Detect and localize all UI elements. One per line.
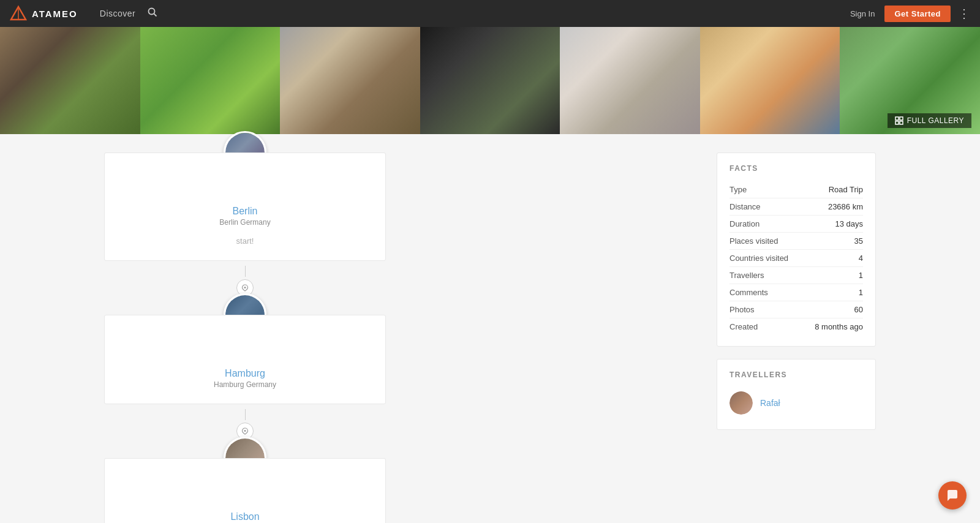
facts-column: FACTS Type Road Trip Distance 23686 km D… <box>717 152 876 523</box>
fact-value-travellers: 1 <box>859 271 863 280</box>
fact-label-created: Created <box>729 322 758 331</box>
travellers-section: TRAVELLERS Rafał <box>717 359 876 430</box>
fact-row-distance: Distance 23686 km <box>729 198 863 216</box>
main-content: Berlin Berlin Germany start! <box>92 134 888 523</box>
fact-row-travellers: Travellers 1 <box>729 267 863 284</box>
fact-row-countries: Countries visited 4 <box>729 250 863 267</box>
connector-line-3 <box>245 409 246 420</box>
fact-row-places: Places visited 35 <box>729 233 863 250</box>
fact-value-places: 35 <box>854 236 863 246</box>
fact-label-places: Places visited <box>729 236 778 246</box>
getstarted-button[interactable]: Get Started <box>884 6 951 22</box>
traveller-avatar-image <box>729 391 753 415</box>
start-label: start! <box>236 231 254 250</box>
traveller-row: Rafał <box>729 388 863 418</box>
fact-label-countries: Countries visited <box>729 254 788 263</box>
traveller-name[interactable]: Rafał <box>760 398 780 408</box>
fact-value-comments: 1 <box>859 288 863 297</box>
fact-label-type: Type <box>729 185 747 194</box>
brand-name: ATAMEO <box>32 9 78 19</box>
more-options-icon[interactable]: ⋮ <box>958 6 970 21</box>
gallery-item-2[interactable] <box>140 27 281 134</box>
fact-row-created: Created 8 months ago <box>729 318 863 335</box>
gallery-item-5[interactable] <box>560 27 700 134</box>
fact-label-photos: Photos <box>729 305 754 314</box>
fact-row-duration: Duration 13 days <box>729 216 863 233</box>
fact-label-distance: Distance <box>729 202 761 211</box>
fact-value-photos: 60 <box>854 305 863 314</box>
full-gallery-button[interactable]: FULL GALLERY <box>888 113 971 128</box>
travellers-title: TRAVELLERS <box>729 371 863 379</box>
fact-value-type: Road Trip <box>829 185 863 194</box>
svg-point-8 <box>244 287 246 288</box>
gallery-item-3[interactable] <box>280 27 420 134</box>
gallery-item-1[interactable] <box>0 27 140 134</box>
svg-rect-4 <box>895 117 899 120</box>
facts-title: FACTS <box>729 164 863 173</box>
full-gallery-label: FULL GALLERY <box>907 116 964 125</box>
signin-button[interactable]: Sign In <box>850 9 875 18</box>
fact-value-distance: 23686 km <box>828 202 863 211</box>
fact-value-countries: 4 <box>859 254 863 263</box>
svg-rect-6 <box>895 121 899 124</box>
svg-rect-7 <box>900 121 903 124</box>
chat-bubble-button[interactable] <box>938 481 967 510</box>
gallery-item-6[interactable] <box>700 27 840 134</box>
journey-stop-hamburg: Hamburg Hamburg Germany <box>104 315 386 404</box>
svg-point-9 <box>244 430 246 432</box>
journey-column: Berlin Berlin Germany start! <box>104 152 386 523</box>
facts-section: FACTS Type Road Trip Distance 23686 km D… <box>717 152 876 347</box>
gallery-strip: FULL GALLERY <box>0 27 980 134</box>
nav-discover[interactable]: Discover <box>92 9 143 18</box>
fact-label-travellers: Travellers <box>729 271 764 280</box>
navbar: ATAMEO Discover Sign In Get Started ⋮ <box>0 0 980 27</box>
lisbon-name: Lisbon <box>115 511 375 522</box>
svg-point-2 <box>149 9 155 15</box>
journey-stop-berlin: Berlin Berlin Germany start! <box>104 152 386 261</box>
svg-rect-5 <box>900 117 903 120</box>
hamburg-name: Hamburg <box>115 368 375 379</box>
connector-line <box>245 266 246 277</box>
fact-row-type: Type Road Trip <box>729 181 863 198</box>
fact-value-created: 8 months ago <box>815 322 863 331</box>
berlin-location: Berlin Germany <box>115 218 375 227</box>
brand-logo-icon <box>10 5 27 22</box>
lisbon-card[interactable]: Lisbon Lisbon Portugal <box>104 458 386 523</box>
search-icon[interactable] <box>143 7 162 20</box>
traveller-avatar[interactable] <box>729 391 753 415</box>
fact-label-duration: Duration <box>729 219 760 228</box>
gallery-item-7[interactable]: FULL GALLERY <box>840 27 980 134</box>
brand-logo-area[interactable]: ATAMEO <box>10 5 78 22</box>
hamburg-card[interactable]: Hamburg Hamburg Germany <box>104 315 386 404</box>
fact-value-duration: 13 days <box>835 219 863 228</box>
berlin-name: Berlin <box>115 206 375 217</box>
berlin-card[interactable]: Berlin Berlin Germany start! <box>104 152 386 261</box>
fact-row-photos: Photos 60 <box>729 301 863 318</box>
fact-label-comments: Comments <box>729 288 768 297</box>
fact-row-comments: Comments 1 <box>729 284 863 301</box>
gallery-item-4[interactable] <box>420 27 560 134</box>
journey-stop-lisbon: Lisbon Lisbon Portugal <box>104 458 386 523</box>
svg-line-3 <box>154 14 157 17</box>
hamburg-location: Hamburg Germany <box>115 380 375 389</box>
